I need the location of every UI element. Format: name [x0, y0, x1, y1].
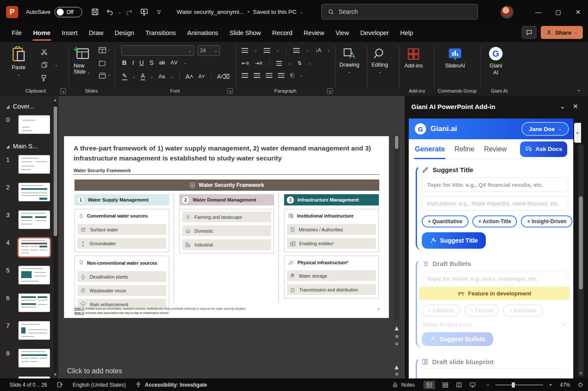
autosave-toggle[interactable]: Off [55, 7, 82, 17]
slide-thumbnail-2[interactable]: 2 [6, 183, 58, 202]
tab-slide-show[interactable]: Slide Show [224, 24, 267, 42]
font-dialog-launcher[interactable]: ↘ [227, 88, 233, 94]
title-dropdown-chevron-icon[interactable]: ⌄ [300, 10, 304, 14]
title-topic-input[interactable] [422, 177, 568, 192]
column1-header[interactable]: 1Water Supply Management [74, 194, 169, 205]
notes-scroll-up-icon[interactable]: ▲ [394, 364, 400, 370]
list-item[interactable]: Groundwater [78, 238, 166, 249]
copy-dropdown-chevron-icon[interactable]: ⌄ [55, 63, 58, 67]
user-avatar[interactable] [501, 6, 514, 19]
chip-3-bullets[interactable]: + 3-Bullets [422, 304, 460, 317]
tab-home[interactable]: Home [27, 24, 56, 42]
slide-thumbnail-4-selected[interactable]: 4 [6, 238, 58, 257]
notes-placeholder[interactable]: Click to add notes [67, 367, 122, 375]
new-slide-button[interactable]: NewSlide ⌄ [74, 46, 90, 75]
normal-view-button[interactable] [423, 381, 435, 389]
text-shadow-button[interactable]: S [149, 59, 153, 66]
slide-thumbnail-7[interactable]: 7 [6, 321, 58, 340]
zoom-out-button[interactable]: − [486, 382, 489, 388]
justify-button[interactable] [278, 73, 284, 78]
slide-footnotes[interactable]: Note 1: Entities such as universities, r… [74, 307, 246, 315]
slide-counter[interactable]: Slide 4 of 0 .. 26 [10, 382, 47, 388]
bold-button[interactable]: B [122, 59, 126, 66]
slide-thumbnail-3[interactable]: 3 [6, 210, 58, 229]
highlight-color-button[interactable]: ✎ [122, 72, 127, 80]
highlight-chevron-icon[interactable]: ⌄ [132, 74, 136, 79]
convert-smartart-button[interactable]: ⎗ [290, 72, 294, 78]
zoom-in-button[interactable]: + [549, 382, 552, 388]
slide-subtitle[interactable]: Water Security Framework [74, 168, 131, 173]
zoom-slider-thumb[interactable] [512, 382, 515, 388]
spacing-chevron-icon[interactable]: ⌄ [184, 61, 187, 65]
tab-file[interactable]: File [6, 24, 27, 42]
zoom-slider[interactable] [495, 385, 543, 385]
tab-draw[interactable]: Draw [83, 24, 109, 42]
cut-button[interactable] [39, 47, 49, 57]
align-text-chevron-icon[interactable]: ⌄ [308, 61, 311, 65]
format-painter-button[interactable] [39, 73, 49, 83]
list-item[interactable]: Wastewater reuse [78, 285, 166, 296]
list-item[interactable]: Enabling entities¹ [287, 238, 376, 249]
align-text-button[interactable]: ⇅ [297, 60, 302, 66]
zoom-level[interactable]: 47% [560, 382, 570, 388]
list-item[interactable]: Transmission and distribution [287, 284, 376, 295]
copy-button[interactable] [39, 60, 49, 70]
chip-action-title[interactable]: + Action-Title [472, 215, 517, 228]
tab-help[interactable]: Help [394, 24, 419, 42]
slide-editor[interactable]: A three-part framework of 1) water suppl… [64, 136, 389, 318]
slide-thumbnail-8[interactable]: 8 [6, 349, 58, 368]
tab-review[interactable]: Review [298, 24, 330, 42]
maximize-button[interactable]: ▢ [548, 0, 568, 24]
start-slideshow-button[interactable] [138, 6, 151, 19]
reading-view-button[interactable] [456, 382, 462, 388]
numbering-chevron-icon[interactable]: ⌄ [276, 48, 280, 52]
pane-scroll-down-icon[interactable]: ▼ [578, 371, 584, 375]
undo-button[interactable] [103, 6, 116, 19]
layout-chevron-icon[interactable]: ⌄ [107, 47, 111, 51]
tab-transitions[interactable]: Transitions [140, 24, 181, 42]
line-spacing-button[interactable] [293, 48, 300, 53]
thumb-scroll-up-icon[interactable]: ▲ [53, 98, 58, 102]
title-instructions-input[interactable] [422, 196, 568, 211]
columns-chevron-icon[interactable]: ⌄ [288, 61, 291, 65]
accessibility-button[interactable]: Accessibility: Investigate [135, 381, 207, 388]
change-case-button[interactable]: Aa [158, 74, 165, 80]
nonconventional-sources-box[interactable]: Non-conventional water sources Desalinat… [74, 256, 169, 313]
institutional-box[interactable]: Institutional infrastructure Ministries … [284, 209, 379, 252]
section-header-cover[interactable]: ◢Cover... [6, 103, 58, 110]
increase-indent-button[interactable]: ⇥≡ [255, 60, 262, 66]
paragraph-dialog-launcher[interactable]: ↘ [327, 88, 333, 94]
select-project-docs[interactable]: Select Project Docs [423, 321, 567, 328]
section-header-main[interactable]: ◢Main S... [6, 143, 58, 150]
pane-scrollbar[interactable]: ▼ [578, 144, 584, 376]
columns-button[interactable] [276, 61, 282, 66]
align-right-button[interactable] [266, 73, 272, 78]
bullets-chevron-icon[interactable]: ⌄ [254, 48, 258, 52]
chip-rationale[interactable]: + Rationale [503, 304, 543, 317]
strikethrough-button[interactable]: ab [159, 60, 165, 66]
list-item[interactable]: Ministries / Authorities [287, 224, 376, 235]
save-button[interactable] [88, 6, 101, 19]
tab-insert[interactable]: Insert [56, 24, 83, 42]
slide-layout-button[interactable] [97, 45, 107, 55]
collapse-ribbon-chevron-icon[interactable]: ⌄ [577, 87, 581, 93]
comments-button[interactable] [522, 26, 536, 39]
slide-sorter-button[interactable] [442, 382, 449, 388]
list-item[interactable]: Surface water [78, 224, 166, 235]
bullets-button[interactable] [242, 48, 248, 53]
slide-thumbnail-6[interactable]: 6 [6, 293, 58, 312]
previous-slide-button[interactable] [394, 333, 400, 339]
redo-button[interactable] [123, 6, 136, 19]
paste-button[interactable]: Paste ⌄ [11, 46, 26, 77]
list-item[interactable]: Industrial [182, 239, 271, 250]
tab-design[interactable]: Design [109, 24, 140, 42]
column2-header[interactable]: 2Water Demand Management [179, 194, 274, 205]
user-menu-button[interactable]: Jane Doe⌄ [521, 122, 569, 136]
clear-formatting-button[interactable]: A⌫ [217, 73, 229, 80]
underline-button[interactable]: U [139, 59, 144, 66]
close-button[interactable]: ✕ [568, 0, 588, 24]
drawing-button[interactable]: A Drawing ⌄ [339, 47, 359, 74]
tab-refine[interactable]: Refine [454, 139, 474, 159]
pane-collapse-handle[interactable]: < [574, 123, 581, 143]
align-left-button[interactable] [242, 73, 248, 78]
